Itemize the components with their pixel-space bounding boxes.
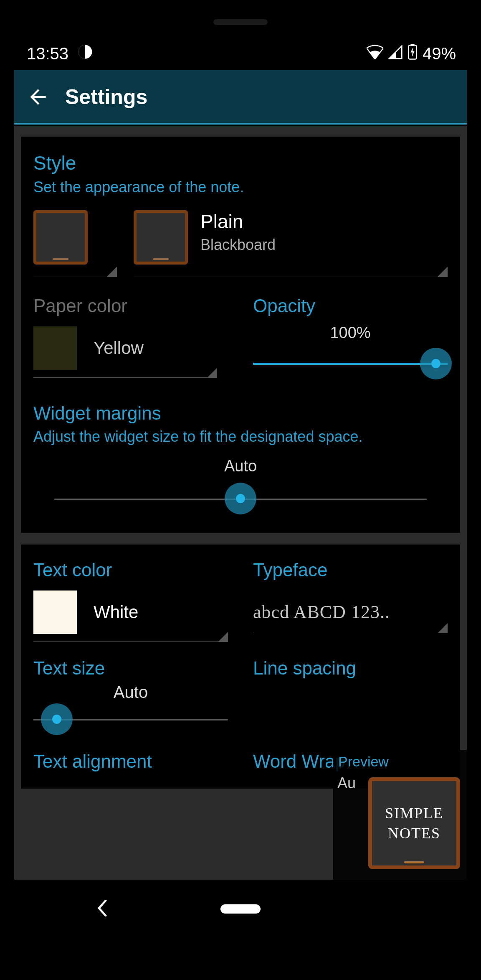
blackboard-icon [33, 210, 88, 265]
do-not-disturb-icon [78, 44, 93, 63]
nav-home-pill[interactable] [220, 904, 261, 914]
preview-widget[interactable]: SIMPLE NOTES [368, 777, 460, 869]
battery-charging-icon [408, 44, 418, 64]
style-spinner-2[interactable]: Plain Blackboard [134, 210, 448, 277]
preview-panel: Preview Au SIMPLE NOTES [333, 750, 467, 880]
text-size-slider[interactable] [33, 703, 228, 737]
blackboard-icon [134, 210, 188, 265]
paper-color-label: Paper color [33, 295, 228, 316]
style-heading: Style [33, 152, 448, 174]
speaker-grille [213, 19, 268, 25]
text-alignment-label: Text alignment [33, 751, 228, 772]
app-bar: Settings [14, 70, 467, 125]
style-option-sub: Blackboard [200, 236, 276, 254]
arrow-left-icon [26, 85, 50, 109]
dropdown-icon [438, 623, 448, 633]
preview-line1: SIMPLE [385, 804, 443, 822]
color-swatch-yellow [33, 326, 77, 370]
svg-rect-2 [410, 44, 415, 46]
widget-margins-slider[interactable] [54, 483, 427, 516]
opacity-slider[interactable] [253, 351, 448, 376]
widget-margins-value: Auto [33, 457, 448, 475]
style-subheading: Set the appearance of the note. [33, 178, 448, 196]
system-nav-bar [0, 892, 481, 926]
status-bar: 13:53 49% [0, 42, 481, 65]
dropdown-icon [207, 368, 217, 378]
typeface-label: Typeface [253, 560, 448, 580]
slider-thumb [41, 703, 73, 735]
status-battery-pct: 49% [423, 44, 456, 63]
style-card: Style Set the appearance of the note. Pl… [21, 137, 460, 533]
wifi-icon [367, 44, 383, 63]
phone-frame: 13:53 49% Settings Style [0, 0, 481, 980]
slider-thumb [420, 348, 452, 379]
text-size-label: Text size [33, 658, 228, 679]
back-button[interactable] [23, 82, 53, 112]
widget-margins-sub: Adjust the widget size to fit the design… [33, 428, 448, 445]
status-time: 13:53 [27, 44, 68, 63]
dropdown-icon [438, 267, 448, 277]
opacity-value: 100% [253, 324, 448, 342]
dropdown-icon [218, 632, 228, 642]
text-card: Text color White Typeface abcd ABCD 123.… [21, 545, 460, 789]
content-scroll[interactable]: Style Set the appearance of the note. Pl… [14, 126, 467, 880]
preview-heading: Preview [338, 753, 462, 770]
dropdown-icon [107, 267, 117, 277]
style-option-title: Plain [200, 210, 276, 233]
chevron-left-icon [99, 901, 106, 916]
nav-back-button[interactable] [96, 900, 109, 918]
paper-color-picker[interactable]: Yellow [33, 326, 217, 378]
paper-color-value: Yellow [94, 338, 144, 358]
cell-signal-icon [388, 44, 403, 63]
style-spinner-1[interactable] [33, 210, 117, 277]
slider-thumb [225, 483, 256, 514]
page-title: Settings [65, 85, 147, 109]
opacity-label: Opacity [253, 295, 448, 316]
text-color-value: White [94, 602, 138, 622]
slider-track [253, 363, 448, 365]
typeface-sample: abcd ABCD 123.. [253, 601, 448, 623]
text-color-label: Text color [33, 560, 228, 580]
line-spacing-label: Line spacing [253, 658, 448, 679]
widget-margins-heading: Widget margins [33, 403, 448, 424]
typeface-picker[interactable]: abcd ABCD 123.. [253, 591, 448, 633]
text-size-value: Auto [33, 683, 228, 702]
text-color-picker[interactable]: White [33, 591, 228, 642]
preview-line2: NOTES [388, 825, 440, 842]
color-swatch-white [33, 591, 77, 634]
line-spacing-value-partial: Au [337, 774, 356, 792]
